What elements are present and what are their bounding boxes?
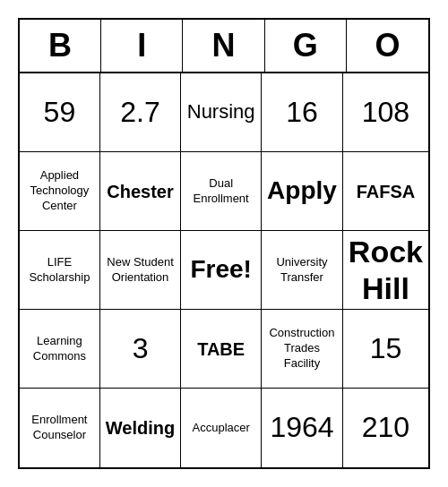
bingo-cell-19: 15 [343,310,428,389]
bingo-cell-12: Free! [181,231,262,310]
bingo-cell-15: Learning Commons [20,310,100,389]
header-o: O [347,20,428,72]
bingo-cell-9: FAFSA [343,152,428,231]
bingo-cell-7: Dual Enrollment [181,152,262,231]
bingo-cell-3: 16 [262,73,343,152]
bingo-cell-0: 59 [20,73,100,152]
header-g: G [265,20,347,72]
bingo-cell-13: University Transfer [262,231,343,310]
bingo-cell-11: New Student Orientation [100,231,181,310]
bingo-cell-8: Apply [262,152,343,231]
bingo-cell-17: TABE [181,310,262,389]
bingo-cell-10: LIFE Scholarship [20,231,100,310]
bingo-card: B I N G O 592.7Nursing16108Applied Techn… [18,18,430,469]
bingo-cell-20: Enrollment Counselor [20,389,100,467]
bingo-cell-23: 1964 [262,389,343,467]
bingo-cell-5: Applied Technology Center [20,152,100,231]
bingo-cell-24: 210 [343,389,428,467]
bingo-grid: 592.7Nursing16108Applied Technology Cent… [20,73,428,467]
bingo-cell-2: Nursing [181,73,262,152]
bingo-cell-16: 3 [100,310,181,389]
bingo-cell-14: Rock Hill [343,231,428,310]
bingo-cell-6: Chester [100,152,181,231]
header-i: I [101,20,183,72]
bingo-cell-22: Accuplacer [181,389,262,467]
header-n: N [183,20,264,72]
header-b: B [20,20,101,72]
bingo-cell-21: Welding [100,389,181,467]
bingo-header: B I N G O [20,20,428,73]
bingo-cell-18: Construction Trades Facility [262,310,343,389]
bingo-cell-1: 2.7 [100,73,181,152]
bingo-cell-4: 108 [343,73,428,152]
